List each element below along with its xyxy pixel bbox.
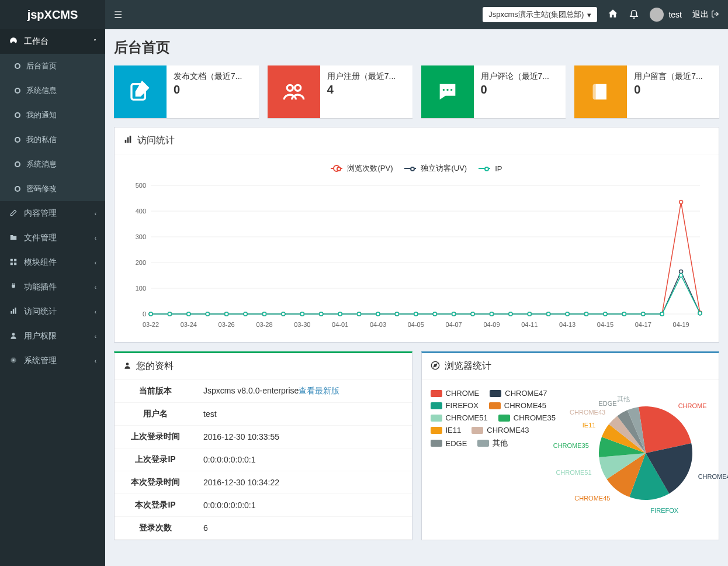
sidebar-label: 内容管理 (24, 208, 57, 219)
logo-prefix: jspX (27, 8, 52, 22)
svg-point-133 (642, 312, 645, 316)
sidebar-item-content[interactable]: 内容管理 ‹ (0, 201, 105, 226)
svg-text:03-24: 03-24 (181, 321, 197, 328)
pie-slice-label: EDGE (599, 400, 617, 407)
sidebar-sub-label: 我的通知 (26, 110, 57, 120)
svg-text:04-01: 04-01 (332, 321, 348, 328)
sidebar-sub-sysmsg[interactable]: 系统消息 (0, 152, 105, 177)
svg-rect-16 (593, 84, 596, 100)
legend-label: IE11 (446, 426, 462, 434)
pie-legend-item[interactable]: CHROME45 (489, 401, 546, 410)
sidebar: 工作台 ˅ 后台首页 系统信息 我的通知 我的私信 系统消息 密码修改 内容管理… (0, 29, 105, 558)
sidebar-item-stats[interactable]: 访问统计 ‹ (0, 299, 105, 324)
svg-point-121 (414, 312, 418, 316)
sidebar-sub-sysinfo[interactable]: 系统信息 (0, 78, 105, 103)
line-chart[interactable]: 010020030040050003-2203-2403-2603-2803-3… (123, 180, 710, 332)
sidebar-item-workbench[interactable]: 工作台 ˅ (0, 29, 105, 54)
svg-point-114 (282, 312, 285, 316)
table-row: 登录次数6 (115, 517, 412, 540)
legend-uv[interactable]: 独立访客(UV) (404, 163, 467, 174)
svg-text:04-19: 04-19 (673, 321, 689, 328)
sidebar-sub-message[interactable]: 我的私信 (0, 127, 105, 152)
svg-point-122 (433, 312, 436, 316)
legend-ip[interactable]: IP (479, 163, 502, 174)
pie-legend-item[interactable]: CHROME51 (431, 413, 488, 422)
stat-card-users[interactable]: 用户注册（最近7...4 (268, 65, 412, 118)
logout-button[interactable]: 退出 (692, 9, 719, 20)
svg-point-0 (13, 40, 14, 41)
pie-legend-item[interactable]: CHROME47 (490, 389, 547, 398)
pie-slice-label: FIREFOX (651, 507, 679, 514)
sidebar-sub-home[interactable]: 后台首页 (0, 54, 105, 78)
svg-point-116 (320, 312, 323, 316)
sidebar-item-module[interactable]: 模块组件 ‹ (0, 250, 105, 275)
swatch-icon (431, 415, 442, 422)
bottom-row: 您的资料 当前版本Jspxcms v8.0.0-enterprise查看最新版用… (114, 351, 719, 549)
pie-slice-label: CHROME45 (574, 495, 610, 502)
swatch-icon (431, 390, 442, 397)
pie-legend-item[interactable]: CHROME35 (498, 413, 556, 422)
main-content: 后台首页 发布文档（最近7...0 用户注册（最近7...4 用户评论（最近7.… (105, 29, 728, 558)
sidebar-sub-label: 后台首页 (26, 61, 57, 71)
svg-text:100: 100 (136, 285, 146, 292)
user-menu[interactable]: test (650, 8, 682, 22)
check-latest-link[interactable]: 查看最新版 (299, 386, 339, 395)
svg-point-107 (149, 312, 152, 316)
sidebar-item-plugin[interactable]: 功能插件 ‹ (0, 275, 105, 299)
sidebar-item-system[interactable]: 系统管理 ‹ (0, 348, 105, 373)
table-row: 用户名test (115, 403, 412, 426)
svg-point-15 (450, 89, 452, 91)
svg-text:03-30: 03-30 (294, 321, 310, 328)
profile-key: 本次登录IP (115, 494, 196, 517)
dashboard-icon (9, 37, 18, 47)
svg-text:04-03: 04-03 (370, 321, 386, 328)
pie-slice-label: IE11 (583, 422, 596, 429)
sidebar-label: 模块组件 (24, 257, 57, 268)
svg-point-8 (12, 333, 15, 336)
pie-legend-item[interactable]: CHROME (431, 389, 480, 398)
profile-key: 登录次数 (115, 517, 196, 540)
compass-icon (431, 361, 440, 372)
sidebar-toggle-icon[interactable]: ☰ (114, 9, 122, 20)
pie-legend-item[interactable]: FIREFOX (431, 401, 479, 410)
svg-point-132 (622, 312, 626, 316)
svg-text:04-07: 04-07 (446, 321, 462, 328)
sidebar-sub-password[interactable]: 密码修改 (0, 177, 105, 201)
logout-label: 退出 (692, 9, 709, 20)
pie-legend-item[interactable]: CHROME43 (472, 426, 529, 434)
logo-suffix: CMS (52, 8, 78, 22)
sidebar-item-user[interactable]: 用户权限 ‹ (0, 324, 105, 348)
profile-value: Jspxcms v8.0.0-enterprise查看最新版 (196, 380, 412, 403)
stat-card-guestbook[interactable]: 用户留言（最近7...0 (574, 65, 719, 118)
sidebar-sub-notify[interactable]: 我的通知 (0, 103, 105, 127)
stat-card-comments[interactable]: 用户评论（最近7...0 (421, 65, 566, 118)
swatch-icon (490, 390, 501, 397)
legend-pv[interactable]: .lg-marker:nth-child(1)::after{border-co… (331, 163, 393, 174)
svg-point-135 (680, 274, 683, 277)
sidebar-label: 文件管理 (24, 233, 57, 243)
sidebar-item-file[interactable]: 文件管理 ‹ (0, 226, 105, 250)
folder-icon (9, 233, 18, 243)
logo[interactable]: jspXCMS (0, 0, 105, 29)
home-icon[interactable] (608, 8, 618, 21)
site-select[interactable]: Jspxcms演示主站(集团总部) ▾ (483, 7, 597, 22)
pie-legend: CHROMECHROME47FIREFOXCHROME45CHROME51CHR… (431, 389, 576, 448)
svg-point-137 (126, 363, 129, 365)
svg-point-129 (566, 312, 569, 316)
bell-icon[interactable] (629, 8, 639, 21)
sidebar-label: 访问统计 (24, 306, 57, 317)
svg-text:500: 500 (136, 182, 146, 189)
pie-legend-item[interactable]: 其他 (477, 438, 508, 448)
panel-body: .lg-marker:nth-child(1)::after{border-co… (115, 154, 719, 342)
chevron-left-icon: ‹ (95, 235, 96, 241)
circle-icon (15, 88, 20, 94)
pie-legend-item[interactable]: IE11 (431, 426, 462, 434)
stat-card-docs[interactable]: 发布文档（最近7...0 (114, 65, 259, 118)
pie-legend-item[interactable]: EDGE (431, 438, 467, 448)
stat-label: 用户评论（最近7... (481, 71, 559, 82)
pie-slice-label: CHROME43 (570, 409, 605, 416)
user-icon (9, 332, 18, 341)
svg-rect-4 (14, 263, 16, 265)
svg-point-130 (585, 312, 588, 316)
users-icon (268, 65, 320, 118)
